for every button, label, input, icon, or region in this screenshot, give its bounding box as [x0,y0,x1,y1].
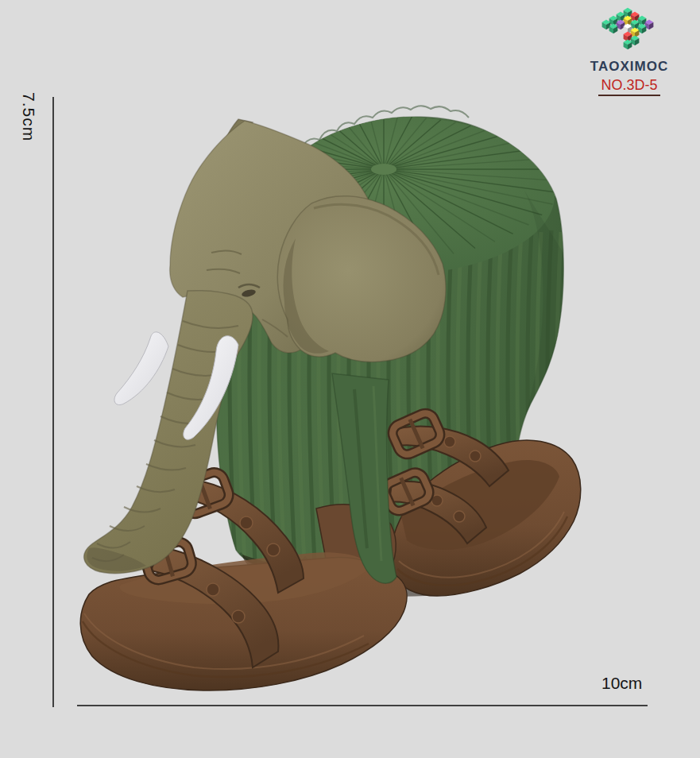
tusk-left [114,332,168,405]
height-dimension-label: 7.5cm [19,92,38,141]
rivet [444,436,455,447]
brand-block: TAOXIMOC NO.3D-5 [570,6,689,96]
rivet [232,610,245,623]
brand-name: TAOXIMOC [570,59,689,75]
width-dimension-label: 10cm [601,674,642,693]
brand-logo-cubes-icon [596,6,663,57]
height-dimension-line [52,97,54,707]
rivet [454,511,465,522]
rivet [207,583,219,596]
fan-center [371,164,396,175]
model-number: NO.3D-5 [598,77,659,96]
product-render [0,0,700,758]
rivet [240,516,253,529]
rivet [470,451,481,462]
rivet [267,543,280,556]
width-dimension-line [77,705,648,706]
product-screenshot: 7.5cm 10cm TAOXIMOC NO.3D-5 [0,0,700,758]
